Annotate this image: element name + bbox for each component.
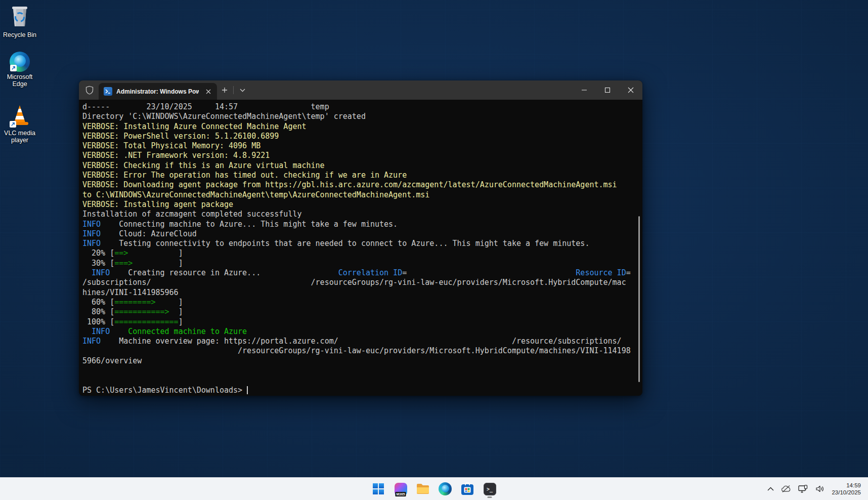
shortcut-arrow-icon xyxy=(10,65,17,71)
onedrive-cloud-off-icon[interactable] xyxy=(778,480,794,497)
taskbar: M365 >_ xyxy=(0,477,868,500)
new-tab-button[interactable] xyxy=(217,84,232,97)
tab-title: Administrator: Windows PowerShell xyxy=(116,88,199,95)
desktop-icon-microsoft-edge[interactable]: Microsoft Edge xyxy=(0,52,39,88)
desktop-icon-vlc[interactable]: VLC media player xyxy=(0,104,39,144)
edge-icon xyxy=(439,482,452,495)
close-button[interactable] xyxy=(619,80,642,100)
taskbar-windows-terminal[interactable]: >_ xyxy=(480,479,500,499)
shortcut-arrow-icon xyxy=(10,121,16,128)
taskbar-edge[interactable] xyxy=(435,479,455,499)
desktop-icon-recycle-bin[interactable]: Recycle Bin xyxy=(0,5,39,38)
close-tab-icon[interactable] xyxy=(203,86,214,97)
taskbar-microsoft-store[interactable] xyxy=(457,479,478,499)
running-app-indicator xyxy=(488,496,492,498)
desktop-icon-label: Microsoft Edge xyxy=(0,73,39,88)
windows-terminal-window: Administrator: Windows PowerShell d-----… xyxy=(79,80,642,396)
tray-chevron-up-icon[interactable] xyxy=(765,480,776,497)
m365-badge: M365 xyxy=(395,492,406,496)
file-explorer-icon xyxy=(416,483,430,495)
edge-icon xyxy=(10,52,30,72)
terminal-tab[interactable]: Administrator: Windows PowerShell xyxy=(99,83,217,100)
desktop-icon-label: Recycle Bin xyxy=(3,31,36,38)
tray-date: 23/10/2025 xyxy=(832,489,861,496)
taskbar-center-icons: M365 >_ xyxy=(368,479,500,499)
network-icon[interactable] xyxy=(796,480,811,497)
terminal-scrollbar[interactable] xyxy=(638,216,640,382)
windows-terminal-icon: >_ xyxy=(484,483,496,495)
tabbar-divider xyxy=(233,86,234,94)
vlc-cone-icon xyxy=(9,104,30,128)
taskbar-file-explorer[interactable] xyxy=(413,479,433,499)
tab-dropdown-button[interactable] xyxy=(235,84,250,97)
system-tray: 14:59 23/10/2025 xyxy=(765,478,864,500)
maximize-button[interactable] xyxy=(596,80,619,100)
terminal-title-bar: Administrator: Windows PowerShell xyxy=(79,80,642,100)
powershell-icon xyxy=(104,87,112,96)
terminal-cursor xyxy=(247,386,248,394)
shield-icon xyxy=(85,86,94,95)
microsoft-store-icon xyxy=(461,482,474,495)
tray-time: 14:59 xyxy=(832,482,861,489)
minimize-button[interactable] xyxy=(573,80,596,100)
taskbar-m365-copilot[interactable]: M365 xyxy=(390,479,411,499)
start-button[interactable] xyxy=(368,479,388,499)
tray-clock[interactable]: 14:59 23/10/2025 xyxy=(830,482,864,496)
terminal-output[interactable]: d----- 23/10/2025 14:57 tempDirectory 'C… xyxy=(79,100,642,396)
recycle-bin-icon xyxy=(10,5,29,30)
windows-logo-icon xyxy=(373,483,384,494)
m365-copilot-icon: M365 xyxy=(395,483,407,495)
volume-icon[interactable] xyxy=(813,480,828,497)
desktop-icon-label: VLC media player xyxy=(0,130,39,144)
